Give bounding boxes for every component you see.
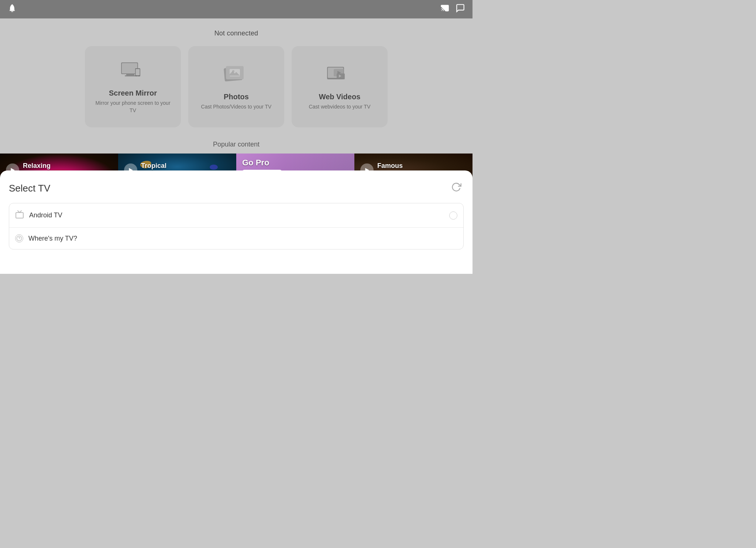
svg-point-12 <box>232 70 234 72</box>
feature-cards: Screen Mirror Mirror your phone screen t… <box>0 46 472 127</box>
web-videos-card[interactable]: Web Videos Cast webvideos to your TV <box>292 46 388 127</box>
screen-mirror-desc: Mirror your phone screen to your TV <box>92 100 173 114</box>
svg-rect-5 <box>125 75 136 76</box>
tv-icon <box>15 210 24 221</box>
sheet-header: Select TV <box>9 181 464 196</box>
android-tv-item[interactable]: Android TV <box>9 203 463 227</box>
photos-icon <box>221 63 251 87</box>
svg-point-8 <box>137 76 138 76</box>
top-bar <box>0 0 472 18</box>
help-icon <box>15 234 23 242</box>
web-videos-title: Web Videos <box>319 93 361 101</box>
refresh-btn[interactable] <box>449 181 464 196</box>
photos-card[interactable]: Photos Cast Photos/Videos to your TV <box>188 46 284 127</box>
web-videos-desc: Cast webvideos to your TV <box>309 103 370 111</box>
photos-desc: Cast Photos/Videos to your TV <box>201 103 272 111</box>
rocket-icon <box>7 3 17 15</box>
main-content: Not connected Screen Mirror Mirror your … <box>0 18 472 187</box>
device-list: Android TV Where's my TV? <box>9 203 464 249</box>
screen-mirror-card[interactable]: Screen Mirror Mirror your phone screen t… <box>85 46 181 127</box>
wheres-my-tv-name: Where's my TV? <box>28 235 457 242</box>
popular-content-label: Popular content <box>0 141 472 148</box>
screen-mirror-title: Screen Mirror <box>109 89 157 97</box>
select-tv-title: Select TV <box>9 183 50 194</box>
android-tv-name: Android TV <box>29 211 444 219</box>
svg-rect-3 <box>122 63 137 73</box>
chat-icon[interactable] <box>456 3 465 15</box>
bottom-sheet: Select TV Android TV <box>0 170 472 274</box>
refresh-icon <box>451 182 461 194</box>
connection-status: Not connected <box>0 30 472 37</box>
svg-point-0 <box>11 7 13 9</box>
screen-mirror-icon <box>118 59 148 83</box>
svg-rect-4 <box>126 74 134 75</box>
svg-rect-7 <box>136 69 140 75</box>
svg-rect-22 <box>16 213 23 218</box>
photos-title: Photos <box>224 93 249 101</box>
web-videos-icon <box>325 63 354 87</box>
cast-icon[interactable] <box>440 3 450 15</box>
top-bar-right <box>440 3 465 15</box>
wheres-my-tv-item[interactable]: Where's my TV? <box>9 227 463 249</box>
gopro-title: Go Pro <box>242 158 269 168</box>
top-bar-left <box>7 3 17 15</box>
android-tv-radio[interactable] <box>449 211 457 220</box>
